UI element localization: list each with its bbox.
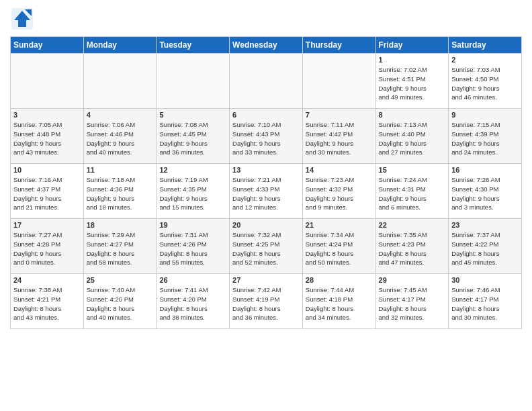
day-number: 4 — [87, 111, 154, 119]
day-info: Sunrise: 7:40 AM Sunset: 4:20 PM Dayligh… — [87, 285, 154, 322]
day-info: Sunrise: 7:34 AM Sunset: 4:24 PM Dayligh… — [306, 230, 373, 267]
calendar-cell: 15Sunrise: 7:24 AM Sunset: 4:31 PM Dayli… — [375, 164, 449, 219]
day-info: Sunrise: 7:24 AM Sunset: 4:31 PM Dayligh… — [379, 175, 446, 212]
day-info: Sunrise: 7:06 AM Sunset: 4:46 PM Dayligh… — [87, 120, 154, 157]
calendar-cell: 7Sunrise: 7:11 AM Sunset: 4:42 PM Daylig… — [302, 109, 375, 164]
day-info: Sunrise: 7:46 AM Sunset: 4:17 PM Dayligh… — [451, 285, 519, 322]
calendar-day-header: Wednesday — [230, 37, 303, 54]
day-number: 14 — [306, 166, 373, 174]
calendar-day-header: Thursday — [302, 37, 375, 54]
day-info: Sunrise: 7:08 AM Sunset: 4:45 PM Dayligh… — [159, 120, 226, 157]
day-info: Sunrise: 7:21 AM Sunset: 4:33 PM Dayligh… — [232, 175, 300, 212]
day-info: Sunrise: 7:37 AM Sunset: 4:22 PM Dayligh… — [451, 230, 519, 267]
day-number: 10 — [13, 166, 81, 174]
calendar-cell — [83, 54, 157, 109]
day-info: Sunrise: 7:26 AM Sunset: 4:30 PM Dayligh… — [451, 175, 519, 212]
day-number: 6 — [232, 111, 300, 119]
calendar-header-row: SundayMondayTuesdayWednesdayThursdayFrid… — [11, 37, 522, 54]
calendar-cell: 18Sunrise: 7:29 AM Sunset: 4:27 PM Dayli… — [83, 219, 157, 274]
calendar-cell: 27Sunrise: 7:42 AM Sunset: 4:19 PM Dayli… — [230, 274, 303, 329]
calendar-week-row: 17Sunrise: 7:27 AM Sunset: 4:28 PM Dayli… — [11, 219, 522, 274]
day-info: Sunrise: 7:32 AM Sunset: 4:25 PM Dayligh… — [232, 230, 300, 267]
day-number: 25 — [87, 276, 154, 284]
calendar-cell: 2Sunrise: 7:03 AM Sunset: 4:50 PM Daylig… — [449, 54, 522, 109]
day-number: 29 — [379, 276, 446, 284]
day-info: Sunrise: 7:11 AM Sunset: 4:42 PM Dayligh… — [306, 120, 373, 157]
calendar-cell: 17Sunrise: 7:27 AM Sunset: 4:28 PM Dayli… — [11, 219, 84, 274]
day-number: 5 — [159, 111, 226, 119]
calendar-cell: 4Sunrise: 7:06 AM Sunset: 4:46 PM Daylig… — [83, 109, 157, 164]
day-info: Sunrise: 7:42 AM Sunset: 4:19 PM Dayligh… — [232, 285, 300, 322]
calendar-cell: 29Sunrise: 7:45 AM Sunset: 4:17 PM Dayli… — [375, 274, 449, 329]
calendar-cell: 25Sunrise: 7:40 AM Sunset: 4:20 PM Dayli… — [83, 274, 157, 329]
calendar-cell — [11, 54, 84, 109]
calendar-cell: 9Sunrise: 7:15 AM Sunset: 4:39 PM Daylig… — [449, 109, 522, 164]
day-info: Sunrise: 7:44 AM Sunset: 4:18 PM Dayligh… — [306, 285, 373, 322]
day-info: Sunrise: 7:03 AM Sunset: 4:50 PM Dayligh… — [451, 65, 519, 102]
calendar-cell: 22Sunrise: 7:35 AM Sunset: 4:23 PM Dayli… — [375, 219, 449, 274]
calendar-cell: 19Sunrise: 7:31 AM Sunset: 4:26 PM Dayli… — [157, 219, 230, 274]
calendar-cell: 8Sunrise: 7:13 AM Sunset: 4:40 PM Daylig… — [375, 109, 449, 164]
calendar-week-row: 24Sunrise: 7:38 AM Sunset: 4:21 PM Dayli… — [11, 274, 522, 329]
day-number: 17 — [13, 221, 81, 229]
calendar-cell: 1Sunrise: 7:02 AM Sunset: 4:51 PM Daylig… — [375, 54, 449, 109]
calendar-cell: 13Sunrise: 7:21 AM Sunset: 4:33 PM Dayli… — [230, 164, 303, 219]
calendar-day-header: Sunday — [11, 37, 84, 54]
calendar-week-row: 1Sunrise: 7:02 AM Sunset: 4:51 PM Daylig… — [11, 54, 522, 109]
calendar-cell: 3Sunrise: 7:05 AM Sunset: 4:48 PM Daylig… — [11, 109, 84, 164]
day-number: 2 — [451, 56, 519, 64]
day-number: 16 — [451, 166, 519, 174]
logo-icon — [10, 7, 34, 31]
calendar-cell: 20Sunrise: 7:32 AM Sunset: 4:25 PM Dayli… — [230, 219, 303, 274]
calendar-day-header: Tuesday — [157, 37, 230, 54]
day-number: 28 — [306, 276, 373, 284]
calendar-cell: 14Sunrise: 7:23 AM Sunset: 4:32 PM Dayli… — [302, 164, 375, 219]
day-info: Sunrise: 7:31 AM Sunset: 4:26 PM Dayligh… — [159, 230, 226, 267]
day-number: 20 — [232, 221, 300, 229]
day-info: Sunrise: 7:19 AM Sunset: 4:35 PM Dayligh… — [159, 175, 226, 212]
calendar-cell: 26Sunrise: 7:41 AM Sunset: 4:20 PM Dayli… — [157, 274, 230, 329]
day-info: Sunrise: 7:16 AM Sunset: 4:37 PM Dayligh… — [13, 175, 81, 212]
calendar-cell — [230, 54, 303, 109]
day-number: 8 — [379, 111, 446, 119]
day-number: 9 — [451, 111, 519, 119]
day-number: 26 — [159, 276, 226, 284]
day-info: Sunrise: 7:23 AM Sunset: 4:32 PM Dayligh… — [306, 175, 373, 212]
day-number: 22 — [379, 221, 446, 229]
calendar-cell: 6Sunrise: 7:10 AM Sunset: 4:43 PM Daylig… — [230, 109, 303, 164]
day-info: Sunrise: 7:41 AM Sunset: 4:20 PM Dayligh… — [159, 285, 226, 322]
day-info: Sunrise: 7:18 AM Sunset: 4:36 PM Dayligh… — [87, 175, 154, 212]
day-number: 15 — [379, 166, 446, 174]
calendar-week-row: 10Sunrise: 7:16 AM Sunset: 4:37 PM Dayli… — [11, 164, 522, 219]
day-info: Sunrise: 7:10 AM Sunset: 4:43 PM Dayligh… — [232, 120, 300, 157]
day-info: Sunrise: 7:29 AM Sunset: 4:27 PM Dayligh… — [87, 230, 154, 267]
calendar-cell — [302, 54, 375, 109]
calendar-cell: 24Sunrise: 7:38 AM Sunset: 4:21 PM Dayli… — [11, 274, 84, 329]
day-info: Sunrise: 7:05 AM Sunset: 4:48 PM Dayligh… — [13, 120, 81, 157]
day-number: 24 — [13, 276, 81, 284]
day-number: 23 — [451, 221, 519, 229]
calendar-cell: 5Sunrise: 7:08 AM Sunset: 4:45 PM Daylig… — [157, 109, 230, 164]
calendar-cell: 23Sunrise: 7:37 AM Sunset: 4:22 PM Dayli… — [449, 219, 522, 274]
calendar-cell: 16Sunrise: 7:26 AM Sunset: 4:30 PM Dayli… — [449, 164, 522, 219]
day-info: Sunrise: 7:13 AM Sunset: 4:40 PM Dayligh… — [379, 120, 446, 157]
day-number: 18 — [87, 221, 154, 229]
logo — [10, 7, 37, 31]
calendar-week-row: 3Sunrise: 7:05 AM Sunset: 4:48 PM Daylig… — [11, 109, 522, 164]
day-info: Sunrise: 7:15 AM Sunset: 4:39 PM Dayligh… — [451, 120, 519, 157]
day-info: Sunrise: 7:45 AM Sunset: 4:17 PM Dayligh… — [379, 285, 446, 322]
calendar-day-header: Saturday — [449, 37, 522, 54]
calendar-cell: 10Sunrise: 7:16 AM Sunset: 4:37 PM Dayli… — [11, 164, 84, 219]
calendar-day-header: Friday — [375, 37, 449, 54]
day-number: 1 — [379, 56, 446, 64]
day-number: 3 — [13, 111, 81, 119]
day-number: 30 — [451, 276, 519, 284]
calendar-day-header: Monday — [83, 37, 157, 54]
calendar-cell: 30Sunrise: 7:46 AM Sunset: 4:17 PM Dayli… — [449, 274, 522, 329]
calendar-cell: 21Sunrise: 7:34 AM Sunset: 4:24 PM Dayli… — [302, 219, 375, 274]
day-number: 11 — [87, 166, 154, 174]
calendar-cell — [157, 54, 230, 109]
day-info: Sunrise: 7:35 AM Sunset: 4:23 PM Dayligh… — [379, 230, 446, 267]
day-number: 19 — [159, 221, 226, 229]
day-number: 12 — [159, 166, 226, 174]
